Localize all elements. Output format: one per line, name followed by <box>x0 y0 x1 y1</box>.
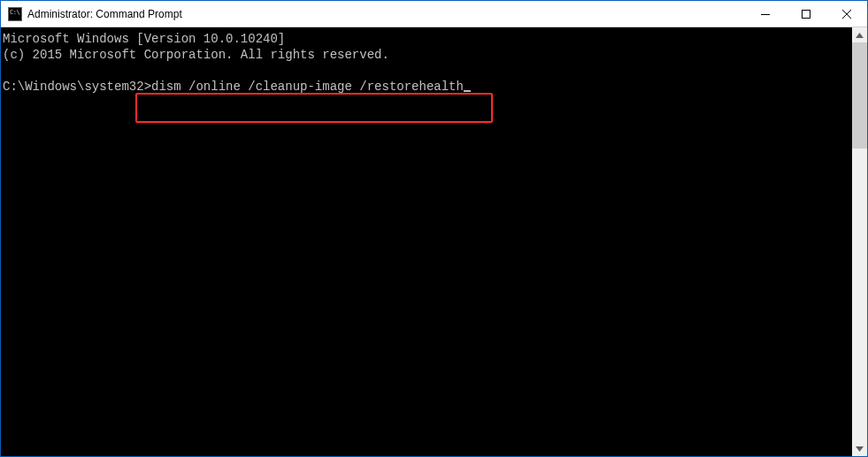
cmd-icon <box>8 7 22 21</box>
close-icon <box>842 10 851 19</box>
prompt-text: C:\Windows\system32> <box>3 80 151 94</box>
window-controls <box>745 1 867 27</box>
command-prompt-window: Administrator: Command Prompt Microsoft … <box>0 0 868 457</box>
maximize-icon <box>802 10 810 19</box>
vertical-scrollbar[interactable] <box>852 27 867 456</box>
close-button[interactable] <box>826 1 867 27</box>
titlebar[interactable]: Administrator: Command Prompt <box>1 1 867 27</box>
client-area: Microsoft Windows [Version 10.0.10240] (… <box>1 27 867 456</box>
scrollbar-track[interactable] <box>852 42 867 441</box>
window-title: Administrator: Command Prompt <box>27 8 182 20</box>
svg-rect-0 <box>761 14 770 15</box>
minimize-icon <box>761 10 770 19</box>
maximize-button[interactable] <box>786 1 826 27</box>
command-text: dism /online /cleanup-image /restoreheal… <box>151 80 464 94</box>
scroll-up-button[interactable] <box>852 27 867 42</box>
scrollbar-thumb[interactable] <box>852 42 867 149</box>
minimize-button[interactable] <box>745 1 786 27</box>
text-cursor <box>464 90 471 92</box>
svg-rect-1 <box>803 11 810 19</box>
chevron-up-icon <box>856 33 864 38</box>
chevron-down-icon <box>856 446 864 452</box>
scroll-down-button[interactable] <box>852 441 867 456</box>
console-line: Microsoft Windows [Version 10.0.10240] <box>3 32 285 46</box>
annotation-highlight-box <box>135 93 493 123</box>
console-output[interactable]: Microsoft Windows [Version 10.0.10240] (… <box>1 27 852 456</box>
console-line: (c) 2015 Microsoft Corporation. All righ… <box>3 48 389 62</box>
